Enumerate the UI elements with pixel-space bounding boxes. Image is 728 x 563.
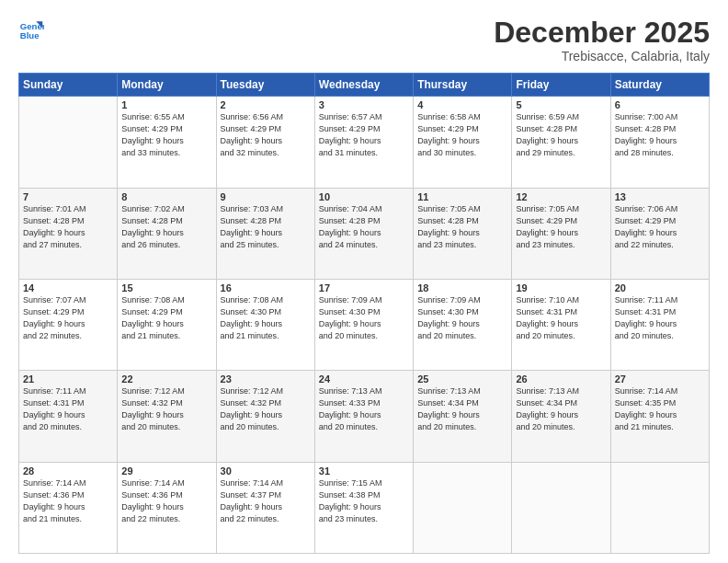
day-info: Sunrise: 6:58 AM Sunset: 4:29 PM Dayligh… [417,111,507,159]
day-number: 15 [121,282,211,293]
day-number: 25 [417,373,507,385]
day-number: 28 [23,465,113,477]
calendar-cell: 24Sunrise: 7:13 AM Sunset: 4:33 PM Dayli… [314,371,413,462]
day-number: 9 [221,191,311,202]
day-number: 17 [319,282,409,293]
calendar-cell: 30Sunrise: 7:14 AM Sunset: 4:37 PM Dayli… [216,462,314,553]
calendar-cell: 16Sunrise: 7:08 AM Sunset: 4:30 PM Dayli… [216,279,314,370]
week-row-2: 7Sunrise: 7:01 AM Sunset: 4:28 PM Daylig… [19,188,710,279]
day-number: 14 [23,282,113,293]
day-info: Sunrise: 7:12 AM Sunset: 4:32 PM Dayligh… [221,385,311,433]
week-row-5: 28Sunrise: 7:14 AM Sunset: 4:36 PM Dayli… [19,462,710,553]
day-number: 31 [319,465,409,477]
calendar-cell [610,462,709,553]
day-number: 20 [615,282,705,293]
calendar-cell: 14Sunrise: 7:07 AM Sunset: 4:29 PM Dayli… [19,279,118,370]
day-info: Sunrise: 7:11 AM Sunset: 4:31 PM Dayligh… [23,385,113,433]
header: General Blue December 2025 Trebisacce, C… [18,17,710,63]
day-number: 23 [221,373,311,385]
day-info: Sunrise: 7:14 AM Sunset: 4:37 PM Dayligh… [221,477,311,525]
calendar-cell [512,462,610,553]
calendar-table: SundayMondayTuesdayWednesdayThursdayFrid… [18,73,710,554]
calendar-cell: 2Sunrise: 6:56 AM Sunset: 4:29 PM Daylig… [216,97,314,188]
day-number: 4 [417,99,507,110]
calendar-cell: 11Sunrise: 7:05 AM Sunset: 4:28 PM Dayli… [414,188,512,279]
weekday-header-monday: Monday [118,74,216,97]
day-number: 1 [121,99,211,110]
calendar-cell: 7Sunrise: 7:01 AM Sunset: 4:28 PM Daylig… [19,188,118,279]
day-info: Sunrise: 7:05 AM Sunset: 4:28 PM Dayligh… [417,203,507,251]
weekday-header-friday: Friday [512,74,610,97]
calendar-cell: 20Sunrise: 7:11 AM Sunset: 4:31 PM Dayli… [610,279,709,370]
day-number: 7 [23,191,113,202]
day-number: 21 [23,373,113,385]
title-block: December 2025 Trebisacce, Calabria, Ital… [494,17,710,63]
calendar-cell: 18Sunrise: 7:09 AM Sunset: 4:30 PM Dayli… [414,279,512,370]
week-row-4: 21Sunrise: 7:11 AM Sunset: 4:31 PM Dayli… [19,371,710,462]
day-number: 24 [319,373,409,385]
calendar-cell: 17Sunrise: 7:09 AM Sunset: 4:30 PM Dayli… [314,279,413,370]
day-info: Sunrise: 6:59 AM Sunset: 4:28 PM Dayligh… [516,111,606,159]
day-number: 19 [516,282,606,293]
day-number: 6 [615,99,705,110]
day-info: Sunrise: 7:00 AM Sunset: 4:28 PM Dayligh… [615,111,705,159]
calendar-cell: 26Sunrise: 7:13 AM Sunset: 4:34 PM Dayli… [512,371,610,462]
calendar-cell: 13Sunrise: 7:06 AM Sunset: 4:29 PM Dayli… [610,188,709,279]
weekday-header-row: SundayMondayTuesdayWednesdayThursdayFrid… [19,74,710,97]
calendar-cell: 5Sunrise: 6:59 AM Sunset: 4:28 PM Daylig… [512,97,610,188]
day-info: Sunrise: 7:14 AM Sunset: 4:35 PM Dayligh… [615,385,705,433]
day-number: 18 [417,282,507,293]
day-info: Sunrise: 7:01 AM Sunset: 4:28 PM Dayligh… [23,203,113,251]
day-info: Sunrise: 7:05 AM Sunset: 4:29 PM Dayligh… [516,203,606,251]
calendar-cell: 22Sunrise: 7:12 AM Sunset: 4:32 PM Dayli… [118,371,216,462]
calendar-cell: 10Sunrise: 7:04 AM Sunset: 4:28 PM Dayli… [314,188,413,279]
day-number: 3 [319,99,409,110]
day-info: Sunrise: 7:03 AM Sunset: 4:28 PM Dayligh… [221,203,311,251]
day-number: 5 [516,99,606,110]
calendar-cell: 9Sunrise: 7:03 AM Sunset: 4:28 PM Daylig… [216,188,314,279]
calendar-cell: 3Sunrise: 6:57 AM Sunset: 4:29 PM Daylig… [314,97,413,188]
day-number: 27 [615,373,705,385]
weekday-header-thursday: Thursday [414,74,512,97]
day-info: Sunrise: 7:04 AM Sunset: 4:28 PM Dayligh… [319,203,409,251]
day-number: 30 [221,465,311,477]
day-info: Sunrise: 7:15 AM Sunset: 4:38 PM Dayligh… [319,477,409,525]
calendar-cell: 25Sunrise: 7:13 AM Sunset: 4:34 PM Dayli… [414,371,512,462]
day-number: 16 [221,282,311,293]
day-number: 8 [121,191,211,202]
day-number: 12 [516,191,606,202]
page: General Blue December 2025 Trebisacce, C… [0,0,728,563]
day-info: Sunrise: 6:55 AM Sunset: 4:29 PM Dayligh… [121,111,211,159]
day-number: 29 [121,465,211,477]
day-info: Sunrise: 7:14 AM Sunset: 4:36 PM Dayligh… [23,477,113,525]
calendar-cell: 21Sunrise: 7:11 AM Sunset: 4:31 PM Dayli… [19,371,118,462]
week-row-1: 1Sunrise: 6:55 AM Sunset: 4:29 PM Daylig… [19,97,710,188]
weekday-header-saturday: Saturday [610,74,709,97]
day-info: Sunrise: 7:13 AM Sunset: 4:34 PM Dayligh… [417,385,507,433]
day-info: Sunrise: 7:13 AM Sunset: 4:34 PM Dayligh… [516,385,606,433]
day-info: Sunrise: 7:12 AM Sunset: 4:32 PM Dayligh… [121,385,211,433]
day-number: 26 [516,373,606,385]
calendar-cell [414,462,512,553]
day-info: Sunrise: 7:09 AM Sunset: 4:30 PM Dayligh… [319,294,409,342]
day-number: 2 [221,99,311,110]
calendar-cell: 27Sunrise: 7:14 AM Sunset: 4:35 PM Dayli… [610,371,709,462]
weekday-header-wednesday: Wednesday [314,74,413,97]
day-info: Sunrise: 7:14 AM Sunset: 4:36 PM Dayligh… [121,477,211,525]
calendar-cell: 28Sunrise: 7:14 AM Sunset: 4:36 PM Dayli… [19,462,118,553]
calendar-cell: 6Sunrise: 7:00 AM Sunset: 4:28 PM Daylig… [610,97,709,188]
day-info: Sunrise: 7:02 AM Sunset: 4:28 PM Dayligh… [121,203,211,251]
week-row-3: 14Sunrise: 7:07 AM Sunset: 4:29 PM Dayli… [19,279,710,370]
day-info: Sunrise: 7:09 AM Sunset: 4:30 PM Dayligh… [417,294,507,342]
calendar-cell: 4Sunrise: 6:58 AM Sunset: 4:29 PM Daylig… [414,97,512,188]
month-title: December 2025 [494,17,710,49]
day-number: 11 [417,191,507,202]
calendar-cell: 19Sunrise: 7:10 AM Sunset: 4:31 PM Dayli… [512,279,610,370]
day-info: Sunrise: 7:08 AM Sunset: 4:29 PM Dayligh… [121,294,211,342]
day-info: Sunrise: 7:06 AM Sunset: 4:29 PM Dayligh… [615,203,705,251]
day-info: Sunrise: 7:11 AM Sunset: 4:31 PM Dayligh… [615,294,705,342]
day-info: Sunrise: 7:13 AM Sunset: 4:33 PM Dayligh… [319,385,409,433]
logo: General Blue [18,17,44,42]
day-info: Sunrise: 7:10 AM Sunset: 4:31 PM Dayligh… [516,294,606,342]
day-number: 22 [121,373,211,385]
